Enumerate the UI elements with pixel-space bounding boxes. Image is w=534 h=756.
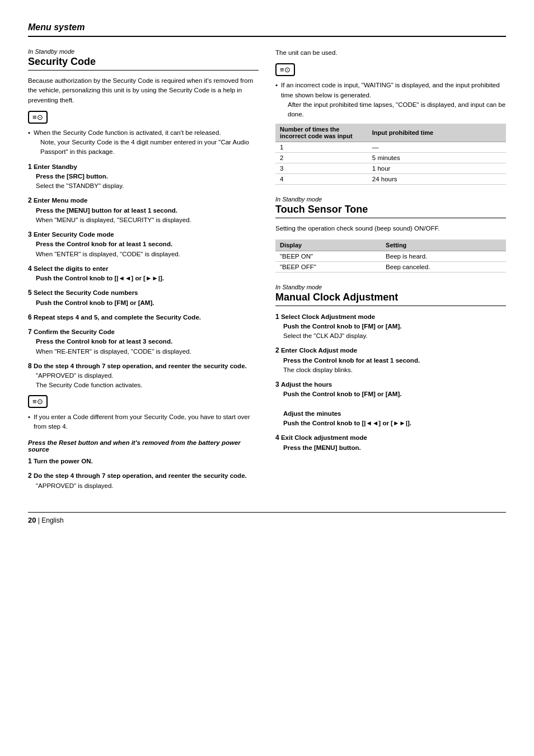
touch-section-title: Touch Sensor Tone — [275, 204, 506, 218]
step-7: 7 Confirm the Security Code Press the Co… — [28, 327, 259, 356]
table-header-times: Number of times the incorrect code was i… — [275, 124, 368, 142]
note-icon-right: ≡⊙ — [275, 63, 295, 76]
step-8: 8 Do the step 4 through 7 step operation… — [28, 361, 259, 391]
security-bullet-2: If you enter a Code different from your … — [28, 412, 259, 432]
display-header-setting: Setting — [381, 240, 506, 251]
reset-step-1: 1 Turn the power ON. — [28, 456, 259, 466]
step-6: 6 Repeat steps 4 and 5, and complete the… — [28, 312, 259, 322]
step-2: 2 Enter Menu mode Press the [MENU] butto… — [28, 195, 259, 225]
clock-step-2: 2 Enter Clock Adjust mode Press the Cont… — [275, 345, 506, 375]
step-4: 4 Select the digits to enter Push the Co… — [28, 264, 259, 284]
note-icon-1: ≡⊙ — [28, 111, 48, 124]
security-section-title: Security Code — [28, 56, 259, 71]
left-column: In Standby mode Security Code Because au… — [28, 48, 259, 495]
clock-step-4: 4 Exit Clock adjustment mode Press the [… — [275, 433, 506, 453]
table-row: 424 hours — [275, 174, 506, 185]
table-row: "BEEP OFF"Beep canceled. — [275, 261, 506, 272]
security-intro: Because authorization by the Security Co… — [28, 76, 259, 105]
table-row: 31 hour — [275, 163, 506, 174]
security-bullet-1: When the Security Code function is activ… — [28, 128, 259, 157]
touch-sensor-section: In Standby mode Touch Sensor Tone Settin… — [275, 196, 506, 272]
clock-step-3: 3 Adjust the hours Push the Control knob… — [275, 379, 506, 428]
right-bullet: If an incorrect code is input, "WAITING"… — [275, 81, 506, 119]
security-section-label: In Standby mode — [28, 48, 259, 55]
table-row: 25 minutes — [275, 153, 506, 163]
touch-section-label: In Standby mode — [275, 196, 506, 203]
footer-language: English — [41, 516, 63, 524]
table-header-time: Input prohibited time — [368, 124, 506, 142]
note-icon-2: ≡⊙ — [28, 395, 48, 408]
table-row: 1— — [275, 142, 506, 153]
reset-heading: Press the Reset button and when it's rem… — [28, 439, 259, 453]
clock-section-title: Manual Clock Adjustment — [275, 292, 506, 306]
security-code-section: In Standby mode Security Code Because au… — [28, 48, 259, 491]
step-3: 3 Enter Security Code mode Press the Con… — [28, 229, 259, 259]
step-1: 1 Enter Standby Press the [SRC] button. … — [28, 162, 259, 191]
table-row: "BEEP ON"Beep is heard. — [275, 251, 506, 261]
page-number: 20 — [28, 516, 36, 524]
clock-step-3-sub: Adjust the minutes Push the Control knob… — [275, 409, 506, 429]
reset-step-2: 2 Do the step 4 through 7 step operation… — [28, 471, 259, 491]
prohibited-time-table: Number of times the incorrect code was i… — [275, 124, 506, 185]
step-5: 5 Select the Security Code numbers Push … — [28, 288, 259, 308]
right-column: The unit can be used. ≡⊙ If an incorrect… — [275, 48, 506, 495]
page-title: Menu system — [28, 22, 506, 37]
unit-can-be-used: The unit can be used. — [275, 48, 506, 58]
clock-step-1: 1 Select Clock Adjustment mode Push the … — [275, 312, 506, 341]
clock-section: In Standby mode Manual Clock Adjustment … — [275, 284, 506, 453]
display-header-display: Display — [275, 240, 381, 251]
footer: 20 | English — [28, 512, 506, 524]
display-table: Display Setting "BEEP ON"Beep is heard."… — [275, 240, 506, 273]
clock-section-label: In Standby mode — [275, 284, 506, 290]
touch-intro: Setting the operation check sound (beep … — [275, 224, 506, 233]
right-top-area: The unit can be used. ≡⊙ If an incorrect… — [275, 48, 506, 185]
